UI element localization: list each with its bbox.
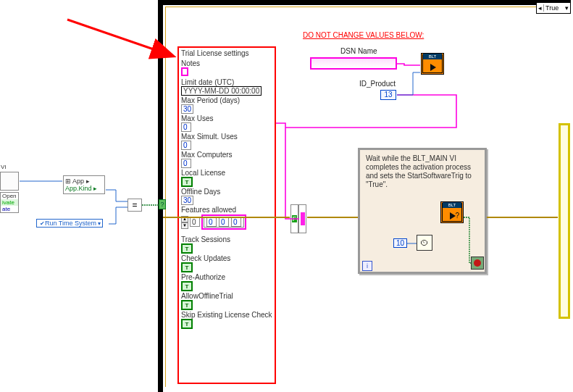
case-prev-icon[interactable]: ◂ <box>537 4 544 12</box>
trial-license-cluster[interactable]: Trial License settings Notes Limit date … <box>177 46 276 384</box>
case-dropdown-icon[interactable]: ▾ <box>563 4 570 12</box>
callout-arrow-icon <box>64 16 180 67</box>
skip-check-label: Skip Existing License Check <box>181 311 272 319</box>
note-text: Wait while the BLT_MAIN VI completes the… <box>366 154 479 189</box>
row-ivate: ivate <box>1 199 18 206</box>
warning-text: DO NOT CHANGE VALUES BELOW: <box>303 31 424 39</box>
pre-auth-value[interactable]: T <box>181 281 193 291</box>
app-kind: App.Kind ▸ <box>65 185 97 192</box>
max-period-value[interactable]: 30 <box>181 104 193 114</box>
case-selector[interactable]: ◂ True ▾ <box>536 2 571 14</box>
app-property-node[interactable]: ⊞ App ▸ App.Kind ▸ <box>63 175 105 194</box>
max-uses-label: Max Uses <box>181 114 272 122</box>
blt-tag-2: BLT <box>443 202 461 208</box>
svg-line-0 <box>67 20 172 56</box>
play-icon <box>430 64 436 71</box>
features-index[interactable]: 0 <box>190 217 200 227</box>
app-handle: ⊞ App ▸ <box>65 178 103 185</box>
features-v0[interactable]: 0 <box>206 217 217 227</box>
offline-days-label: Offline Days <box>181 188 272 196</box>
bool-f-const: F <box>292 215 298 222</box>
question-icon: ? <box>455 212 459 220</box>
case-value: True <box>544 4 563 12</box>
vi-label: VI <box>1 164 7 170</box>
runtime-enum[interactable]: ✔ Run Time System ▾ <box>36 219 103 228</box>
row-ate: ate <box>1 206 18 212</box>
check-updates-value[interactable]: T <box>181 262 193 272</box>
id-product-value[interactable]: 13 <box>380 90 396 100</box>
limit-date-value[interactable]: YYYY-MM-DD 00:00:00 <box>181 86 262 96</box>
wait-const-10[interactable]: 10 <box>393 238 407 248</box>
max-simult-value[interactable]: 0 <box>181 141 191 150</box>
notes-value[interactable] <box>181 67 188 76</box>
track-sessions-value[interactable]: T <box>181 243 193 254</box>
id-product-label: ID_Product <box>359 80 396 88</box>
max-computers-value[interactable]: 0 <box>181 159 191 168</box>
allow-offline-label: AllowOfflineTrial <box>181 292 272 300</box>
wait-ms-icon[interactable]: ⏲ <box>417 235 432 251</box>
row-open: Open <box>1 193 18 199</box>
blt-tag-1: BLT <box>423 54 442 59</box>
left-vi-ref[interactable]: VI Open ivate ate <box>0 172 19 213</box>
trial-panel-title: Trial License settings <box>179 48 275 59</box>
allow-offline-value[interactable]: T <box>181 300 193 310</box>
features-index-stepper[interactable]: ▲▼ <box>181 216 188 229</box>
limit-date-label: Limit date (UTC) <box>181 78 272 86</box>
max-period-label: Max Period (days) <box>181 96 272 104</box>
enum-dd-icon[interactable]: ▾ <box>98 220 101 227</box>
notes-label: Notes <box>181 59 272 67</box>
features-array[interactable]: ▲▼ 0 0 0 0 <box>181 214 272 230</box>
pre-auth-label: Pre-Authorize <box>181 273 272 281</box>
max-uses-value[interactable]: 0 <box>181 122 191 132</box>
features-label: Features allowed <box>181 206 272 214</box>
max-computers-label: Max Computers <box>181 151 272 159</box>
track-sessions-label: Track Sessions <box>181 235 272 243</box>
right-structure-edge <box>559 123 570 319</box>
local-license-label: Local License <box>181 169 272 177</box>
offline-days-value[interactable]: 30 <box>181 196 193 205</box>
equals-node[interactable]: = <box>127 199 142 212</box>
check-updates-label: Check Updates <box>181 254 272 262</box>
features-v1[interactable]: 0 <box>219 217 229 227</box>
dsn-value[interactable] <box>310 57 397 70</box>
bool-tunnel-stack: F <box>290 204 306 233</box>
loop-stop-terminal[interactable] <box>471 257 484 270</box>
local-license-value[interactable]: T <box>181 177 193 187</box>
max-simult-label: Max Simult. Uses <box>181 133 272 141</box>
blt-subvi-1[interactable]: BLT <box>421 53 444 75</box>
runtime-text: Run Time System <box>45 220 96 227</box>
stop-circle-icon <box>474 259 481 267</box>
case-selector-tunnel-icon: ? <box>159 199 166 209</box>
features-v2[interactable]: 0 <box>231 217 241 227</box>
dsn-label: DSN Name <box>340 47 377 55</box>
loop-index-i: i <box>362 261 372 271</box>
skip-check-value[interactable]: T <box>181 319 193 329</box>
magenta-tunnel-icon <box>301 212 305 225</box>
blt-subvi-2[interactable]: BLT ? <box>440 201 464 223</box>
wait-loop-note-frame: Wait while the BLT_MAIN VI completes the… <box>358 148 487 274</box>
enum-dd-left-icon: ✔ <box>40 220 45 227</box>
